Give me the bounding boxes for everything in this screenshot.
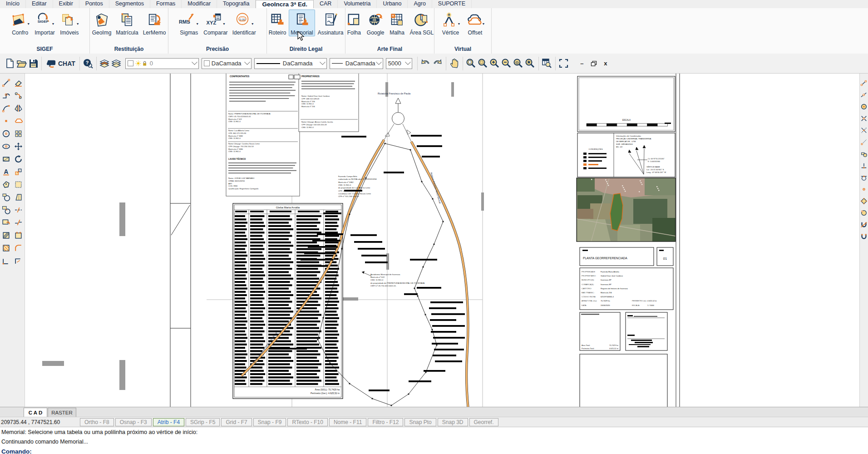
zoom-out-button[interactable] [501, 57, 513, 70]
ribbon-button-assinatura[interactable]: Assinatura [316, 10, 345, 36]
menu-urbano[interactable]: Urbano [377, 0, 408, 8]
array-tool[interactable] [12, 127, 25, 140]
zoom-in-button[interactable] [489, 57, 501, 70]
circle-tool[interactable] [0, 127, 12, 140]
menu-car[interactable]: CAR [314, 0, 338, 8]
toggle-rtexto-f10[interactable]: RTexto - F10 [287, 418, 327, 426]
snap-center-button[interactable] [860, 101, 868, 113]
menu-volumetria[interactable]: Volumetria [338, 0, 377, 8]
text-tool[interactable]: A [0, 165, 12, 178]
layer-visibility-checkbox[interactable] [128, 60, 133, 66]
arc-tool[interactable] [0, 102, 12, 114]
ribbon-button-geoimg[interactable]: GeoImg [90, 10, 113, 36]
tag-tool[interactable] [0, 178, 12, 191]
window-close-button[interactable]: x [600, 58, 612, 69]
menu-exibir[interactable]: Exibir [53, 0, 79, 8]
dropdown-arrow-icon[interactable]: ▼ [27, 22, 30, 25]
trapezoid-tool[interactable] [12, 191, 25, 203]
open-file-button[interactable] [15, 57, 27, 70]
toggle-sgrip-f5[interactable]: SGrip - F5 [186, 418, 220, 426]
snap-apparent-button[interactable] [860, 124, 868, 136]
save-button[interactable] [27, 57, 39, 70]
help-search-button[interactable]: ? [82, 57, 94, 70]
menu-formas[interactable]: Formas [150, 0, 182, 8]
table-find-button[interactable] [541, 57, 553, 70]
toggle-nome-f11[interactable]: Nome - F11 [329, 418, 366, 426]
dropdown-arrow-icon[interactable]: ▼ [251, 22, 254, 25]
dropdown-arrow-icon[interactable]: ▼ [196, 22, 199, 25]
dropdown-arrow-icon[interactable]: ▼ [52, 22, 55, 25]
fillet-tool[interactable] [12, 242, 25, 254]
toggle-snap-f9[interactable]: Snap - F9 [253, 418, 286, 426]
undo-button[interactable] [420, 57, 432, 70]
menu-pontos[interactable]: Pontos [79, 0, 109, 8]
dropdown-arrow-icon[interactable]: ▼ [76, 22, 79, 25]
menu-segmentos[interactable]: Segmentos [109, 0, 150, 8]
hatch-tool[interactable] [0, 229, 12, 242]
menu-agro[interactable]: Agro [408, 0, 432, 8]
menu-editar[interactable]: Editar [26, 0, 53, 8]
tab-raster[interactable]: RASTER [48, 408, 76, 417]
rectangle-tool[interactable] [0, 153, 12, 165]
snap-perpendicular-button[interactable] [860, 160, 868, 172]
snap-nearest-button[interactable] [860, 207, 868, 219]
snap-quadrant-button[interactable] [860, 195, 868, 207]
ribbon-button-matr-cula[interactable]: Matrícula [114, 10, 140, 36]
snap-node-button[interactable] [860, 183, 868, 195]
break-point-tool[interactable] [12, 216, 25, 229]
layer-combo[interactable]: 0 [125, 58, 199, 69]
menu-suporte[interactable]: SUPORTE [432, 0, 472, 8]
toggle-snap-3d[interactable]: Snap 3D [438, 418, 468, 426]
ribbon-button-confro[interactable]: ▼Confro [8, 10, 32, 36]
label-circle-tool[interactable] [0, 191, 12, 203]
corner-tool[interactable] [12, 254, 25, 267]
rect-dashed-tool[interactable] [12, 178, 25, 191]
label-leader-tool[interactable] [0, 203, 12, 216]
transform-tool[interactable] [12, 89, 25, 102]
ribbon-button-google[interactable]: Google [365, 10, 386, 36]
color-combo[interactable]: DaCamada [202, 58, 252, 69]
rotate-tool[interactable] [12, 153, 25, 165]
viewport-grips[interactable] [289, 75, 300, 79]
dropdown-arrow-icon[interactable]: ▼ [458, 22, 461, 25]
menu-topografia[interactable]: Topografia [217, 0, 256, 8]
dropdown-arrow-icon[interactable]: ▼ [222, 22, 226, 25]
pan-button[interactable] [449, 57, 460, 70]
toggle-grid-f7[interactable]: Grid - F7 [221, 418, 252, 426]
menu-in-cio[interactable]: Início [0, 0, 26, 8]
lineweight-combo[interactable]: DaCamada [330, 58, 383, 69]
ribbon-button-identificar[interactable]: 0.00▼Identificar [231, 10, 258, 36]
image-frame-tool[interactable] [0, 216, 12, 229]
snap-intersection-button[interactable] [860, 113, 868, 124]
ribbon-button-malha[interactable]: +Malha [387, 10, 407, 36]
point-tool[interactable] [0, 114, 12, 127]
pocket-tool[interactable] [12, 229, 25, 242]
ribbon-button-comparar[interactable]: XYZ▼Comparar [202, 10, 229, 36]
chat-button[interactable]: CHAT [44, 59, 77, 69]
layers-states-button[interactable] [111, 57, 123, 70]
toggle-filtro-f12[interactable]: Filtro - F12 [368, 418, 403, 426]
menu-geoincra-3-ed-[interactable]: GeoIncra 3ª Ed. [256, 0, 314, 8]
ribbon-button-v-rtice[interactable]: +▼Vértice [439, 10, 463, 36]
ribbon-button-importar[interactable]: SIGEF▼Importar [33, 10, 57, 36]
window-restore-button[interactable] [588, 58, 600, 69]
ribbon-button-folha[interactable]: Folha [344, 10, 364, 36]
linetype-combo[interactable]: DaCamada [254, 58, 327, 69]
zoom-all-button[interactable] [524, 57, 536, 70]
snap-tangent-button[interactable] [860, 172, 868, 183]
boundary-tool[interactable] [0, 254, 12, 267]
menu-modificar[interactable]: Modificar [182, 0, 217, 8]
move-tool[interactable] [12, 140, 25, 153]
layers-manager-button[interactable] [99, 57, 111, 70]
ribbon-button-offset[interactable]: ▼Offset [464, 10, 487, 36]
polyline-tool[interactable] [0, 89, 12, 102]
snap-insert-button[interactable] [860, 148, 868, 160]
window-minimize-button[interactable]: – [576, 58, 588, 69]
ribbon-button-im-veis[interactable]: ▼Imóveis [58, 10, 81, 36]
new-file-button[interactable] [4, 57, 15, 70]
toggle-georref-[interactable]: Georref. [469, 418, 498, 426]
toggle-atrib-f4[interactable]: Atrib - F4 [153, 418, 184, 426]
ellipse-tool[interactable] [0, 140, 12, 153]
erase-tool[interactable] [12, 76, 25, 89]
toggle-osnap-f3[interactable]: Osnap - F3 [115, 418, 152, 426]
